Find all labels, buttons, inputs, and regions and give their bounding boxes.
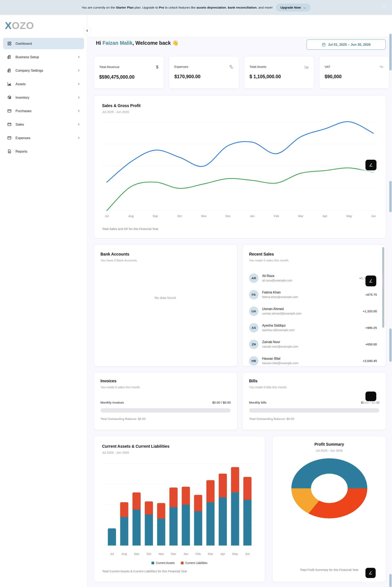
coins-icon [229,65,234,69]
chevron-left-icon [85,29,89,33]
x-axis-label: Nov [159,552,164,555]
annotation-fab-angle-icon[interactable]: ∠ [366,160,376,170]
sidebar-item-label: Assets [16,82,26,86]
sidebar-item-dashboard[interactable]: Dashboard [3,38,84,49]
list-item[interactable]: AR Ali Raza ali.raza@example.com +1,2 [249,270,377,286]
sidebar-item-expenses[interactable]: Expenses [3,132,84,144]
list-item[interactable]: UA Usman Ahmed usman.ahmed@example.com +… [249,303,377,319]
wave-emoji: 👋 [172,40,178,46]
stat-label: Expenses [174,65,188,69]
scrollbar-thumb[interactable] [389,34,392,71]
x-axis-label: Apr [220,552,225,555]
list-item[interactable]: HB Hassan Bilal hassan.bilal@example.com… [249,353,377,366]
chart-title: Current Assets & Current Liabilities [102,444,257,449]
card-title: Bills [249,379,379,383]
sale-amount: +1,320.00 [363,309,377,313]
x-axis-label: Dec [171,552,176,555]
x-axis-label: Jan [250,214,254,218]
sidebar-nav: Dashboard Business Setup Company Setting… [3,38,84,157]
date-range-value: Jul 01, 2025 – Jun 30, 2026 [328,43,370,47]
sidebar-item-inventory[interactable]: Inventory [3,92,84,103]
sidebar-item-sales[interactable]: Sales [3,119,84,130]
sidebar-item-company-settings[interactable]: Company Settings [3,65,84,76]
legend-swatch-assets [152,562,154,564]
avatar: AR [249,273,258,283]
x-axis-label: Apr [322,214,327,218]
expenses-window-icon [7,136,12,140]
stat-value: $90,000 [324,74,384,80]
stat-label: Total Revenue [99,65,120,69]
legend-swatch-liabilities [181,562,184,564]
line-chart-svg [102,120,378,213]
upgrade-now-button[interactable]: Upgrade Now→ [276,4,310,12]
dashboard-page: You are currently on the Starter Plan pl… [0,0,392,587]
factory-chart-icon [304,65,309,69]
scrollbar-thumb[interactable] [389,574,392,587]
list-item[interactable]: ZN Zainab Noor zainab.noor@example.com +… [249,336,377,353]
x-axis-label: May [232,552,238,555]
progress-value: $0.00 / $0.00 [361,401,380,404]
sale-amount: +1,2 [359,276,366,280]
activity-icon [379,65,384,69]
customer-name: Ali Raza [262,274,292,278]
customer-name: Zainab Noor [262,340,298,344]
bank-accounts-card: Bank Accounts You have 0 Bank Accounts. … [94,245,238,366]
x-axis-label: Oct [146,552,151,555]
bar-chart-plot [102,460,257,550]
avatar: FK [249,290,258,299]
card-scrollbar-thumb[interactable] [382,247,384,328]
assets-liabilities-card: Current Assets & Current Liabilities Jul… [94,436,265,582]
outstanding-balance: Total Outstanding Balance: $0.00 [100,417,146,420]
sidebar: XOZO Dashboard Business Setup Company Se… [0,15,87,587]
annotation-fab-angle-icon[interactable]: ∠ [366,276,376,286]
avatar: UA [249,307,258,316]
sidebar-item-purchases[interactable]: Purchases [3,105,84,117]
scrollbar-thumb[interactable] [389,328,392,362]
legend-item: Current Assets [152,561,175,564]
sidebar-item-label: Inventory [16,96,30,100]
reports-file-icon [7,149,12,154]
date-range-picker[interactable]: Jul 01, 2025 – Jun 30, 2026 [307,40,386,50]
x-axis-label: Jul [110,552,114,555]
chart-subtitle: Jul 2025 - Jun 2026 [272,449,386,452]
sidebar-item-reports[interactable]: Reports [3,146,84,157]
x-axis-label: Jan [183,552,188,555]
sale-amount: +875.75 [366,293,377,297]
stat-card-expenses: Expenses $170,900.00 [169,56,239,89]
sales-gross-profit-card: Sales & Gross Profit Jul 2025 - Jun 2026… [94,95,386,238]
x-axis-label: Jul [105,214,109,218]
scrollbar-thumb[interactable] [389,181,392,212]
sales-window-icon [7,122,12,127]
purchases-window-icon [7,109,12,113]
x-axis-label: Mar [298,214,303,218]
chevron-right-icon [77,69,80,72]
sidebar-item-label: Purchases [16,109,32,113]
x-axis-label: Mar [208,552,213,555]
stat-value: $170,900.00 [174,74,234,80]
banner-close-icon[interactable]: ✕ [382,4,386,10]
sidebar-collapse-button[interactable] [83,27,91,35]
progress-label: Monthly bills [249,401,266,404]
customer-name: Ayesha Siddiqui [262,324,294,327]
annotation-fab-icon[interactable] [366,391,376,401]
customer-email: fatima.khan@example.com [262,295,298,299]
sidebar-item-business-setup[interactable]: Business Setup [3,51,84,63]
x-axis-label: May [346,214,352,218]
avatar: ZN [249,340,258,349]
stat-label: Total Assets [250,65,266,69]
list-item[interactable]: AS Ayesha Siddiqui ayesha.s@example.com … [249,319,377,336]
sidebar-item-assets[interactable]: Assets [3,78,84,90]
list-item[interactable]: FK Fatima Khan fatima.khan@example.com +… [249,286,377,303]
progress-label: Monthly invoices [100,401,124,404]
chevron-right-icon [77,109,80,113]
customer-email: ali.raza@example.com [262,279,292,282]
customer-name: Usman Ahmed [262,307,302,311]
chart-title: Sales & Gross Profit [102,103,378,108]
customer-email: ayesha.s@example.com [262,328,294,332]
empty-state-text: No data found. [94,296,237,300]
business-setup-icon [7,55,12,59]
line-chart-plot [102,120,378,213]
x-axis-label: Aug [128,214,134,218]
annotation-fab-angle-icon[interactable]: ∠ [366,568,376,578]
card-subtitle: You made 0 sales this month. [249,259,379,262]
